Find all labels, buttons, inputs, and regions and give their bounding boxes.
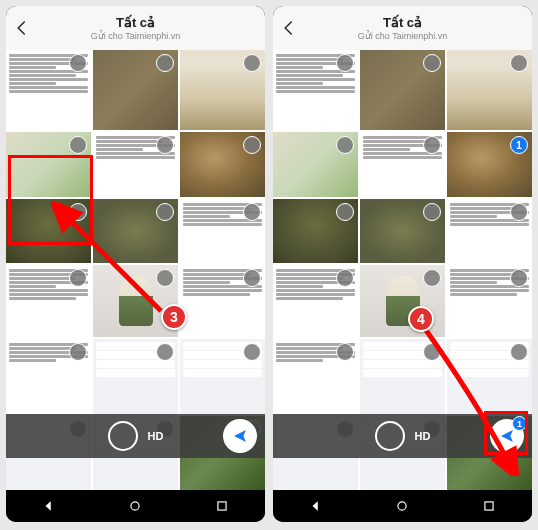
select-circle[interactable] xyxy=(423,203,441,221)
grid-item-text[interactable] xyxy=(273,339,358,413)
grid-item-photo[interactable] xyxy=(273,132,358,196)
bottom-bar: HD xyxy=(6,414,265,458)
back-button[interactable] xyxy=(279,18,299,38)
grid-item-text[interactable] xyxy=(273,265,358,337)
select-circle[interactable] xyxy=(336,136,354,154)
grid-item-text[interactable] xyxy=(447,265,532,337)
phone-screen-left: Tất cả Gửi cho Taimienphi.vn xyxy=(6,6,265,522)
android-nav-bar xyxy=(6,490,265,522)
grid-item-text[interactable] xyxy=(360,132,445,196)
grid-item-photo[interactable] xyxy=(6,132,91,196)
select-circle[interactable] xyxy=(156,54,174,72)
select-circle[interactable] xyxy=(156,203,174,221)
select-circle[interactable] xyxy=(336,343,354,361)
nav-recent-icon[interactable] xyxy=(215,499,229,513)
android-nav-bar xyxy=(273,490,532,522)
svg-rect-1 xyxy=(218,502,226,510)
grid-item-screenshot[interactable] xyxy=(360,339,445,413)
header-title: Tất cả xyxy=(32,15,239,30)
grid-item-text[interactable] xyxy=(447,199,532,263)
send-count-badge: 1 xyxy=(512,416,527,431)
send-button[interactable]: 1 xyxy=(490,419,524,453)
grid-item-text[interactable] xyxy=(273,50,358,130)
grid-item-text[interactable] xyxy=(180,265,265,337)
nav-recent-icon[interactable] xyxy=(482,499,496,513)
select-circle[interactable] xyxy=(156,269,174,287)
select-circle[interactable] xyxy=(243,203,261,221)
send-button[interactable] xyxy=(223,419,257,453)
grid-item-screenshot[interactable] xyxy=(180,339,265,413)
select-circle[interactable] xyxy=(243,54,261,72)
grid-item-photo[interactable] xyxy=(93,199,178,263)
capture-button[interactable] xyxy=(375,421,405,451)
select-circle[interactable] xyxy=(243,136,261,154)
select-circle[interactable] xyxy=(336,203,354,221)
select-circle[interactable] xyxy=(510,54,528,72)
tutorial-step-badge: 3 xyxy=(161,304,187,330)
select-circle-selected[interactable]: 1 xyxy=(510,136,528,154)
tutorial-step-badge: 4 xyxy=(408,306,434,332)
header-title: Tất cả xyxy=(299,15,506,30)
grid-item-text[interactable] xyxy=(6,339,91,413)
grid-item-photo[interactable] xyxy=(6,199,91,263)
grid-item-text[interactable] xyxy=(180,199,265,263)
select-circle[interactable] xyxy=(510,203,528,221)
select-circle[interactable] xyxy=(69,343,87,361)
back-button[interactable] xyxy=(12,18,32,38)
grid-item-photo[interactable] xyxy=(180,132,265,196)
grid-item-screenshot[interactable] xyxy=(447,339,532,413)
svg-rect-3 xyxy=(485,502,493,510)
header-subtitle: Gửi cho Taimienphi.vn xyxy=(299,31,506,41)
select-circle[interactable] xyxy=(69,54,87,72)
grid-item-photo[interactable]: 1 xyxy=(447,132,532,196)
svg-point-2 xyxy=(398,502,406,510)
grid-item-screenshot[interactable] xyxy=(93,339,178,413)
nav-back-icon[interactable] xyxy=(309,499,323,513)
grid-item-photo[interactable] xyxy=(180,50,265,130)
select-circle[interactable] xyxy=(336,54,354,72)
screen-header: Tất cả Gửi cho Taimienphi.vn xyxy=(6,6,265,50)
select-circle[interactable] xyxy=(243,269,261,287)
grid-item-text[interactable] xyxy=(6,265,91,337)
select-circle[interactable] xyxy=(423,54,441,72)
grid-item-photo[interactable] xyxy=(360,50,445,130)
select-circle[interactable] xyxy=(69,269,87,287)
select-circle[interactable] xyxy=(69,203,87,221)
grid-item-photo[interactable] xyxy=(273,199,358,263)
bottom-bar: HD 1 xyxy=(273,414,532,458)
phone-screen-right: Tất cả Gửi cho Taimienphi.vn 1 xyxy=(273,6,532,522)
grid-item-photo[interactable] xyxy=(447,50,532,130)
select-circle[interactable] xyxy=(423,269,441,287)
grid-item-text[interactable] xyxy=(93,132,178,196)
nav-back-icon[interactable] xyxy=(42,499,56,513)
header-subtitle: Gửi cho Taimienphi.vn xyxy=(32,31,239,41)
hd-toggle[interactable]: HD xyxy=(148,430,164,442)
grid-item-photo[interactable] xyxy=(93,50,178,130)
grid-item-text[interactable] xyxy=(6,50,91,130)
grid-item-photo[interactable] xyxy=(360,265,445,337)
select-circle[interactable] xyxy=(69,136,87,154)
capture-button[interactable] xyxy=(108,421,138,451)
hd-toggle[interactable]: HD xyxy=(415,430,431,442)
select-circle[interactable] xyxy=(336,269,354,287)
grid-item-photo[interactable] xyxy=(360,199,445,263)
svg-point-0 xyxy=(131,502,139,510)
screen-header: Tất cả Gửi cho Taimienphi.vn xyxy=(273,6,532,50)
select-circle[interactable] xyxy=(510,269,528,287)
nav-home-icon[interactable] xyxy=(395,499,409,513)
nav-home-icon[interactable] xyxy=(128,499,142,513)
